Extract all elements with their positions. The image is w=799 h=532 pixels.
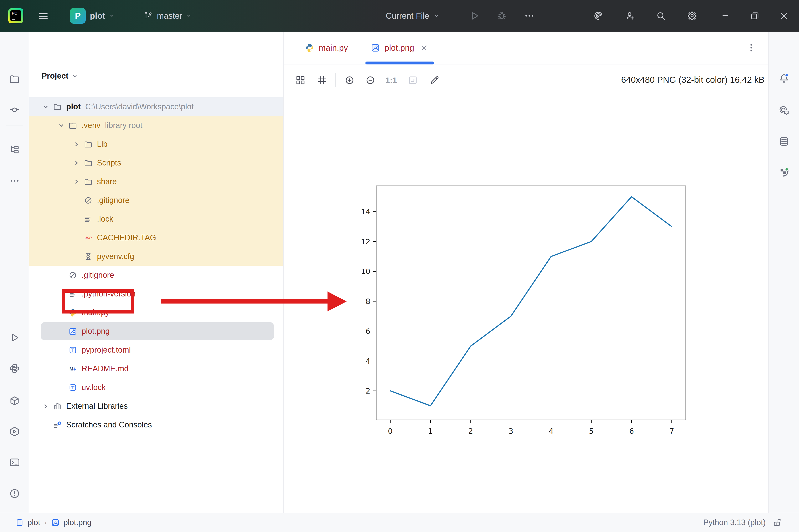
svg-text:1: 1 <box>428 427 433 435</box>
tree-item-label: share <box>97 177 117 186</box>
tree-item-share[interactable]: share <box>29 172 284 191</box>
tree-item-label: uv.lock <box>81 383 106 392</box>
branch-name: master <box>157 11 182 21</box>
tree-item-label: Scratches and Consoles <box>66 420 152 429</box>
svg-text:JSP: JSP <box>85 235 92 240</box>
problems-icon[interactable] <box>9 488 20 499</box>
zoom-out-icon[interactable] <box>365 75 376 86</box>
tree-item-venv[interactable]: .venvlibrary root <box>29 116 284 135</box>
tree-item-uv-lock[interactable]: uv.lock <box>29 378 284 397</box>
right-tool-strip <box>768 32 799 513</box>
tree-item-pyproject-toml[interactable]: pyproject.toml <box>29 341 284 359</box>
more-options-icon[interactable] <box>524 10 535 22</box>
run-configuration-selector[interactable]: Current File <box>386 0 441 32</box>
python-icon <box>305 43 314 53</box>
minimize-icon[interactable] <box>720 11 731 21</box>
tree-item-cachedir-tag[interactable]: JSPCACHEDIR.TAG <box>29 228 284 247</box>
project-widget[interactable]: plot <box>90 0 116 32</box>
svg-text:2: 2 <box>366 387 370 395</box>
tree-item-pyvenv-cfg[interactable]: pyvenv.cfg <box>29 247 284 266</box>
grid-icon[interactable] <box>317 75 327 86</box>
chevron-down-icon <box>185 12 193 20</box>
plugins-icon[interactable] <box>778 166 790 178</box>
tree-item-label: plot <box>66 102 81 111</box>
tree-item-plot-png[interactable]: plot.png <box>29 322 284 341</box>
svg-text:10: 10 <box>361 267 370 276</box>
toolbar-separator <box>335 73 336 87</box>
tree-item-label: .gitignore <box>81 270 114 280</box>
notifications-icon[interactable] <box>778 73 790 84</box>
tree-item-plot[interactable]: plotC:\Users\david\Workspace\plot <box>29 97 284 116</box>
run-icon[interactable] <box>9 332 20 343</box>
annotation-highlight-box <box>62 289 134 314</box>
tab-label: plot.png <box>384 43 414 53</box>
tree-item-external-libraries[interactable]: External Libraries <box>29 397 284 415</box>
chessboard-icon[interactable] <box>295 75 306 86</box>
breadcrumb-project[interactable]: plot <box>28 518 40 527</box>
active-tab-indicator <box>365 61 434 64</box>
plot-image: 012345672468101214 <box>347 175 713 457</box>
main-menu-icon[interactable] <box>37 11 49 22</box>
project-avatar: P <box>70 8 86 24</box>
tab-options-icon[interactable] <box>746 42 757 53</box>
project-panel-header[interactable]: Project <box>42 72 79 81</box>
text-file-blue-icon <box>68 345 77 355</box>
tree-item-label: CACHEDIR.TAG <box>97 233 156 242</box>
tree-item-label: External Libraries <box>66 401 128 411</box>
ignore-icon <box>84 196 93 205</box>
commit-icon[interactable] <box>9 104 20 116</box>
debug-icon[interactable] <box>496 10 508 22</box>
project-icon[interactable] <box>9 73 20 85</box>
actual-size-button[interactable]: 1:1 <box>385 76 397 85</box>
tree-item-readme-md[interactable]: MREADME.md <box>29 359 284 378</box>
tree-item-label: pyvenv.cfg <box>97 252 134 261</box>
tree-item-scratches-and-consoles[interactable]: Scratches and Consoles <box>29 415 284 434</box>
database-icon[interactable] <box>778 136 790 147</box>
run-icon[interactable] <box>469 10 480 22</box>
more-options-icon[interactable] <box>9 175 20 187</box>
tab-main-py[interactable]: main.py <box>299 32 354 64</box>
close-window-icon[interactable] <box>779 11 789 21</box>
edit-externally-icon[interactable] <box>429 75 440 86</box>
svg-text:5: 5 <box>589 427 594 435</box>
tree-item-gitignore[interactable]: .gitignore <box>29 266 284 284</box>
chevron-down-icon[interactable] <box>56 120 66 130</box>
python-console-icon[interactable] <box>9 363 20 374</box>
tree-item-lock[interactable]: .lock <box>29 210 284 228</box>
tree-item-suffix: library root <box>105 121 143 130</box>
lock-open-icon[interactable] <box>773 518 782 528</box>
folder-icon <box>53 102 62 111</box>
chevron-right-icon[interactable] <box>72 176 81 187</box>
panel-title: Project <box>42 72 69 81</box>
terminal-icon[interactable] <box>9 457 20 468</box>
close-tab-icon[interactable] <box>419 43 429 53</box>
tab-plot-png[interactable]: plot.png <box>365 32 435 64</box>
image-viewer-toolbar: 1:1 640x480 PNG (32-bit color) 16,42 kB <box>284 65 768 94</box>
chevron-right-icon[interactable] <box>41 401 51 411</box>
tree-item-gitignore[interactable]: .gitignore <box>29 191 284 210</box>
interpreter-widget[interactable]: Python 3.13 (plot) <box>703 518 766 527</box>
search-icon[interactable] <box>655 11 666 21</box>
services-icon[interactable] <box>9 426 20 437</box>
branch-widget[interactable]: master <box>143 0 193 32</box>
editor-area: main.py plot.png 1:1 640x480 PNG (32-bit… <box>284 32 768 513</box>
ai-chat-icon[interactable] <box>778 105 790 116</box>
breadcrumb-file[interactable]: plot.png <box>63 518 92 527</box>
svg-text:4: 4 <box>549 427 553 435</box>
folder-icon <box>84 158 93 167</box>
chevron-right-icon[interactable] <box>72 158 81 168</box>
chevron-right-icon[interactable] <box>72 139 81 149</box>
zoom-in-icon[interactable] <box>344 75 355 86</box>
add-user-icon[interactable] <box>625 11 636 21</box>
libraries-icon <box>53 401 62 411</box>
settings-icon[interactable] <box>687 11 697 21</box>
ai-assistant-icon[interactable] <box>593 11 604 21</box>
python-packages-icon[interactable] <box>9 395 20 407</box>
restore-window-icon[interactable] <box>749 11 760 21</box>
fit-window-icon[interactable] <box>407 75 418 86</box>
tree-item-lib[interactable]: Lib <box>29 135 284 153</box>
structure-icon[interactable] <box>9 144 20 155</box>
tree-item-scripts[interactable]: Scripts <box>29 153 284 172</box>
text-file-blue-icon <box>68 383 77 392</box>
chevron-down-icon[interactable] <box>41 102 51 112</box>
